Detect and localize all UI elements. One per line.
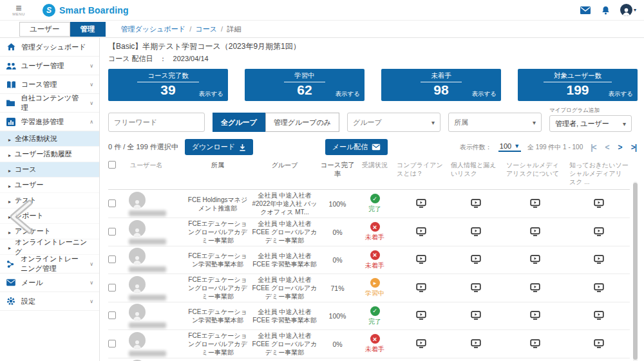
course-status-cell	[394, 227, 448, 237]
row-checkbox[interactable]	[108, 255, 116, 263]
sidebar-item-own-content[interactable]: 自社コンテンツ管理	[0, 94, 99, 113]
all-groups-button[interactable]: 全グループ	[213, 113, 265, 132]
show-button[interactable]: 表示する	[609, 90, 633, 98]
col-completion-rate[interactable]: コース完了率	[319, 161, 355, 178]
attendance-status-cell: 未着手	[355, 222, 394, 242]
department-select[interactable]: 所属	[448, 113, 542, 132]
breadcrumb-link[interactable]: 管理ダッシュボード	[121, 25, 196, 33]
sidebar-item-course-management[interactable]: コース管理	[0, 75, 99, 94]
table-header: ユーザー名 所属 グループ コース完了率 受講状況 コンプライアンスとは？ 個人…	[108, 161, 630, 190]
group-select[interactable]: グループ	[347, 113, 440, 132]
department-cell: FCEエデュケーショングローバルアカデミー事業部	[185, 275, 250, 301]
scrollbar-thumb[interactable]	[633, 183, 638, 360]
course-cells	[394, 199, 631, 209]
stat-card-value: 199	[566, 82, 589, 97]
user-name-redacted	[129, 322, 166, 328]
myprogram-select[interactable]: 管理者, ユーザー	[549, 115, 632, 132]
row-checkbox[interactable]	[108, 199, 116, 207]
status-badge: 未着手	[365, 250, 384, 270]
bell-icon[interactable]	[601, 5, 611, 15]
show-button[interactable]: 表示する	[199, 90, 223, 98]
range-text: 全 199 件中 1 - 100	[527, 143, 583, 152]
sidebar-item-online-training-management[interactable]: オンライントレーニング管理	[0, 255, 99, 273]
mail-icon[interactable]	[580, 6, 591, 15]
user-cell	[124, 248, 185, 272]
brand-logo[interactable]: S Smart Boarding	[43, 4, 129, 17]
status-label: 完了	[368, 317, 381, 326]
show-button[interactable]: 表示する	[336, 90, 360, 98]
user-name-redacted	[129, 239, 166, 245]
show-button[interactable]: 表示する	[472, 90, 497, 98]
account-menu[interactable]: ▾	[620, 4, 636, 16]
sidebar-subitem[interactable]: オンライントレーニング	[0, 239, 99, 255]
caret-right-icon	[8, 151, 11, 158]
table-row: FCEエデュケーション学習塾事業本部 全社員 中途入社者 FCEE 学習塾事業本…	[108, 302, 630, 330]
download-button[interactable]: ダウンロード	[185, 139, 253, 155]
sidebar-item-dashboard[interactable]: 管理ダッシュボード	[0, 38, 99, 57]
status-badge: 未着手	[365, 222, 384, 242]
video-monitor-icon	[594, 255, 604, 264]
course-status-cell	[567, 311, 631, 321]
sidebar-subitem-label: オンライントレーニング	[15, 237, 93, 257]
sidebar-subitem[interactable]: コース	[0, 162, 99, 178]
col-username[interactable]: ユーザー名	[124, 161, 185, 169]
breadcrumb-link[interactable]: コース	[195, 25, 227, 33]
tab-strip: ユーザー管理 管理ダッシュボードコース詳細	[0, 21, 644, 38]
managed-groups-button[interactable]: 管理グループのみ	[265, 113, 339, 132]
sidebar-item-learning-progress[interactable]: 学習進捗管理	[0, 113, 99, 131]
sidebar-item-label: 管理ダッシュボード	[21, 42, 86, 52]
status-badge: 完了	[368, 306, 381, 326]
department-cell: FCE Holdingsマネジメント推進部	[185, 196, 250, 212]
row-checkbox[interactable]	[108, 228, 116, 236]
sidebar-item-user-management[interactable]: ユーザー管理	[0, 57, 99, 75]
sidebar-item-mail[interactable]: メール	[0, 273, 99, 292]
attendance-status-cell: 完了	[355, 194, 394, 214]
sidebar-subitem[interactable]: ユーザー	[0, 178, 99, 193]
menu-button[interactable]: ≡ MENU	[8, 5, 30, 16]
brand-name: Smart Boarding	[59, 5, 129, 15]
prev-page-icon[interactable]: <	[604, 143, 611, 152]
group-cell: 全社員 中途入社者 FCEE グローバルアカデミー事業部	[250, 331, 319, 356]
sidebar-subitem[interactable]: 全体活動状況	[0, 131, 99, 147]
next-page-icon[interactable]: >	[617, 143, 623, 152]
last-page-icon[interactable]: >|	[630, 143, 638, 152]
course-status-cell	[394, 339, 448, 349]
course-status-cell	[448, 283, 504, 293]
status-label: 学習中	[365, 289, 384, 298]
status-icon	[370, 278, 380, 288]
completion-rate-cell: 0%	[319, 340, 355, 348]
row-checkbox[interactable]	[108, 284, 116, 292]
video-monitor-icon	[594, 199, 604, 208]
status-icon	[370, 250, 380, 260]
row-checkbox[interactable]	[108, 311, 116, 319]
col-course-1[interactable]: コンプライアンスとは？	[394, 161, 448, 178]
caret-right-icon	[8, 243, 11, 251]
row-checkbox[interactable]	[108, 340, 116, 347]
sidebar-item-label: オンライントレーニング管理	[21, 254, 84, 273]
col-attendance-status[interactable]: 受講状況	[355, 161, 394, 169]
col-department[interactable]: 所属	[185, 161, 250, 169]
workspace-tab[interactable]: 管理	[70, 22, 106, 37]
keyword-input[interactable]	[108, 113, 205, 132]
select-all-checkbox[interactable]	[108, 161, 116, 169]
col-course-2[interactable]: 個人情報と漏えいリスク	[448, 161, 504, 178]
send-mail-button[interactable]: メール配信	[325, 139, 388, 155]
course-status-cell	[394, 255, 448, 265]
video-monitor-icon	[594, 311, 604, 320]
col-course-4[interactable]: 知っておきたいソーシャルメディアリスク ...	[567, 161, 631, 186]
avatar	[129, 276, 146, 293]
col-course-3[interactable]: ソーシャルメディアリスクについて	[504, 161, 567, 178]
sidebar-subitem[interactable]: ユーザー活動履歴	[0, 147, 99, 162]
sidebar-item-settings[interactable]: 設定	[0, 292, 99, 311]
table-scrollbar[interactable]	[633, 181, 638, 361]
breadcrumb-link[interactable]: 詳細	[227, 25, 241, 33]
first-page-icon[interactable]: |<	[589, 143, 597, 152]
video-monitor-icon	[530, 311, 540, 320]
sidebar-collapse-icon[interactable]	[4, 199, 37, 237]
video-monitor-icon	[471, 199, 481, 208]
col-group[interactable]: グループ	[250, 161, 319, 169]
workspace-tab[interactable]: ユーザー	[19, 22, 70, 37]
chevron-down-icon	[90, 63, 93, 69]
per-page-select[interactable]: 100 ▼	[498, 142, 521, 152]
course-status-cell	[504, 227, 567, 237]
